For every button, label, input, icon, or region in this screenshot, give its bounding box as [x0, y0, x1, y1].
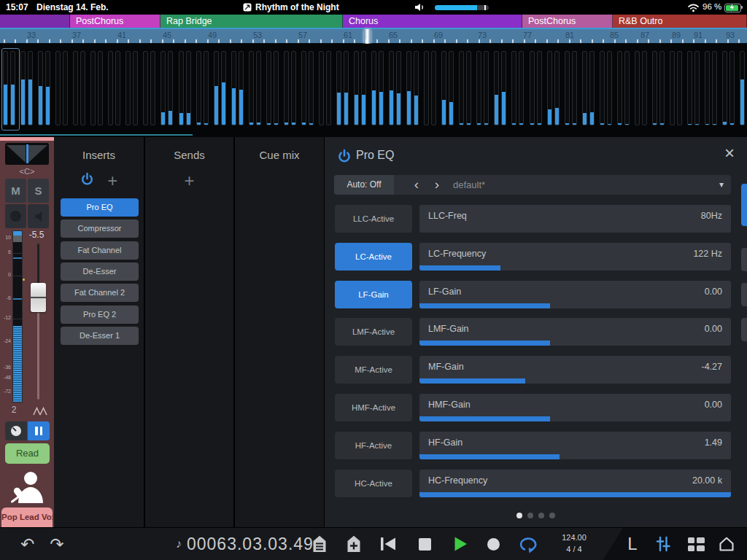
add-insert-button[interactable]: + [107, 171, 117, 190]
meter-channel-12[interactable]: 12 [196, 51, 209, 125]
eq-slider-hc-frequency[interactable]: HC-Frequency20.00 k [419, 470, 731, 497]
return-to-start-button[interactable] [378, 528, 398, 560]
meter-channel-41[interactable]: 41 [705, 51, 718, 125]
timeline-ruler[interactable]: 333741454953576165697377818587899193 [0, 28, 747, 44]
loop-button[interactable] [515, 528, 543, 560]
undo-button[interactable]: ↶ [16, 528, 39, 560]
section-rap-bridge[interactable]: Rap Bridge [160, 15, 343, 28]
meter-channel-38[interactable]: 38 [652, 51, 665, 125]
page-dot-2[interactable] [527, 513, 533, 518]
meter-channel-24[interactable]: 24 [406, 51, 419, 125]
section-postchorus[interactable]: PostChorus [522, 15, 613, 28]
insert-item-fat-channel[interactable]: Fat Channel [61, 241, 139, 260]
meter-channel-39[interactable]: 39 [670, 51, 683, 125]
marker-list-button[interactable] [310, 528, 329, 560]
meter-channel-30[interactable]: 30 [511, 51, 525, 125]
meter-channel-34[interactable]: 34 [582, 51, 595, 125]
page-dot-3[interactable] [538, 513, 544, 518]
home-button[interactable] [715, 528, 738, 560]
stop-button[interactable] [416, 528, 433, 560]
meter-channel-2[interactable]: 2 [20, 51, 34, 125]
time-display[interactable]: 00063.03.03.49 [187, 534, 314, 554]
meter-channel-43[interactable]: 43 [740, 51, 747, 125]
meter-channel-11[interactable]: 11 [179, 51, 192, 125]
eq-band-button-hmf-active[interactable]: HMF-Active [335, 394, 412, 421]
preset-name[interactable]: default* [453, 175, 485, 195]
eq-slider-lmf-gain[interactable]: LMF-Gain0.00 [419, 318, 731, 346]
automation-mode-button[interactable]: Read [5, 443, 50, 464]
eq-band-button-lf-gain[interactable]: LF-Gain [335, 281, 412, 308]
meter-channel-16[interactable]: 16 [266, 51, 279, 125]
automation-toggle[interactable]: Auto: Off [334, 175, 394, 195]
solo-button[interactable]: S [28, 179, 49, 203]
eq-band-button-hc-active[interactable]: HC-Active [335, 470, 412, 497]
section-chorus[interactable]: Chorus [343, 15, 522, 28]
meter-channel-13[interactable]: 13 [214, 51, 227, 125]
inserts-power-button[interactable] [80, 176, 97, 189]
meter-channel-33[interactable]: 33 [565, 51, 578, 125]
close-panel-button[interactable]: × [721, 143, 738, 163]
meter-channel-32[interactable]: 32 [547, 51, 560, 125]
meter-channel-9[interactable]: 9 [143, 51, 156, 125]
meter-channel-25[interactable]: 25 [424, 51, 437, 125]
eq-slider-llc-freq[interactable]: LLC-Freq80Hz [419, 205, 731, 233]
eq-power-button[interactable] [337, 149, 352, 167]
section-postchorus[interactable]: PostChorus [70, 15, 160, 28]
meter-channel-7[interactable]: 7 [108, 51, 121, 125]
fader-handle[interactable] [31, 283, 46, 312]
add-send-button[interactable]: + [184, 171, 194, 190]
eq-band-button-hf-active[interactable]: HF-Active [335, 432, 412, 459]
previous-preset-button[interactable]: ‹ [409, 175, 424, 193]
overview-grid-button[interactable] [684, 528, 708, 560]
channel-name[interactable]: Pop Lead Vox [1, 508, 53, 527]
mute-button[interactable]: M [5, 179, 26, 203]
meter-channel-31[interactable]: 31 [530, 51, 543, 125]
redo-button[interactable]: ↷ [45, 528, 69, 560]
meter-channel-35[interactable]: 35 [600, 51, 613, 125]
meter-channel-14[interactable]: 14 [231, 51, 244, 125]
record-button[interactable] [484, 528, 502, 560]
pan-mode-button[interactable] [5, 421, 27, 440]
tempo-display[interactable]: 124.00 4 / 4 [549, 532, 600, 555]
eq-slider-lc-frequency[interactable]: LC-Frequency122 Hz [419, 243, 731, 271]
meter-channel-21[interactable]: 21 [354, 51, 367, 125]
eq-slider-hf-gain[interactable]: HF-Gain1.49 [419, 432, 731, 459]
meter-channel-6[interactable]: 6 [90, 51, 104, 125]
mixer-view-button[interactable] [652, 528, 674, 560]
meter-channel-5[interactable]: 5 [73, 51, 86, 125]
record-arm-button[interactable] [5, 204, 26, 228]
next-preset-button[interactable]: › [430, 175, 444, 193]
meter-channel-18[interactable]: 18 [301, 51, 314, 125]
meter-channel-37[interactable]: 37 [635, 51, 648, 125]
meter-options-icon[interactable] [32, 405, 48, 419]
page-dot-4[interactable] [549, 513, 555, 518]
eq-slider-hmf-gain[interactable]: HMF-Gain0.00 [419, 394, 731, 421]
meter-channel-29[interactable]: 29 [494, 51, 507, 125]
preset-dropdown-caret[interactable]: ▾ [719, 175, 724, 195]
playhead[interactable] [364, 29, 371, 44]
meter-channel-42[interactable]: 42 [722, 51, 735, 125]
strip-view-button[interactable] [28, 421, 50, 440]
insert-item-compressor[interactable]: Compressor [61, 219, 139, 238]
insert-item-pro-eq-2[interactable]: Pro EQ 2 [61, 306, 139, 324]
meter-channel-8[interactable]: 8 [125, 51, 139, 125]
eq-slider-mf-gain[interactable]: MF-Gain-4.27 [419, 356, 731, 384]
meter-channel-27[interactable]: 27 [459, 51, 472, 125]
meter-channel-23[interactable]: 23 [389, 51, 402, 125]
eq-band-button-lc-active[interactable]: LC-Active [335, 243, 412, 271]
meter-channel-3[interactable]: 3 [38, 51, 51, 125]
meter-channel-17[interactable]: 17 [284, 51, 297, 125]
eq-slider-lf-gain[interactable]: LF-Gain0.00 [419, 281, 731, 308]
section-unnamed[interactable] [0, 15, 70, 28]
insert-item-de-esser-1[interactable]: De-Esser 1 [61, 327, 139, 345]
meter-channel-28[interactable]: 28 [476, 51, 489, 125]
meter-channel-40[interactable]: 40 [687, 51, 700, 125]
insert-item-pro-eq[interactable]: Pro EQ [61, 198, 139, 217]
insert-item-de-esser[interactable]: De-Esser [61, 262, 139, 281]
pan-control[interactable] [5, 143, 49, 165]
meter-channel-4[interactable]: 4 [55, 51, 69, 125]
section-r-b-outro[interactable]: R&B Outro [613, 15, 747, 28]
page-dots[interactable] [325, 508, 747, 521]
monitor-button[interactable] [28, 204, 49, 228]
eq-band-button-lmf-active[interactable]: LMF-Active [335, 318, 412, 346]
